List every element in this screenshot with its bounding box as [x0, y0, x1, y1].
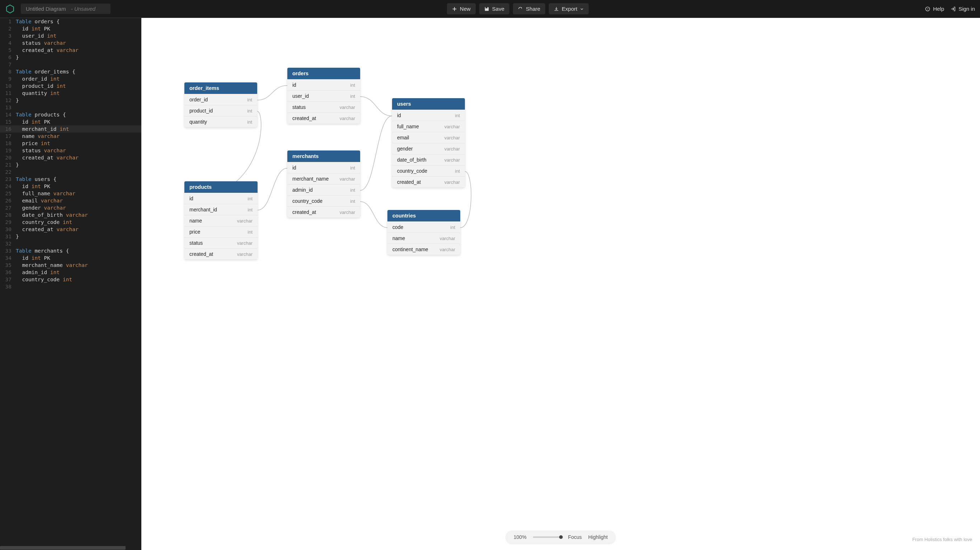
code-line[interactable]: 13 [0, 104, 142, 111]
code-line[interactable]: 18 price int [0, 140, 142, 147]
zoom-slider[interactable] [533, 536, 562, 538]
table-header[interactable]: users [392, 98, 465, 109]
table-field[interactable]: created_atvarchar [287, 206, 360, 217]
code-line[interactable]: 31} [0, 233, 142, 240]
table-field[interactable]: gendervarchar [392, 143, 465, 154]
code-line[interactable]: 26 email varchar [0, 197, 142, 204]
table-field[interactable]: quantityint [185, 116, 257, 127]
table-order_items[interactable]: order_itemsorder_idintproduct_idintquant… [185, 82, 257, 127]
scrollbar-thumb[interactable] [0, 546, 126, 550]
code-line[interactable]: 4 status varchar [0, 40, 142, 47]
code-content [16, 283, 142, 290]
code-line[interactable]: 27 gender varchar [0, 204, 142, 211]
code-line[interactable]: 6} [0, 54, 142, 61]
table-field[interactable]: full_namevarchar [392, 121, 465, 132]
download-icon [554, 6, 559, 11]
logo-icon[interactable] [5, 4, 15, 14]
code-line[interactable]: 32 [0, 240, 142, 247]
table-field[interactable]: namevarchar [387, 233, 460, 244]
code-line[interactable]: 1Table orders { [0, 18, 142, 25]
code-line[interactable]: 2 id int PK [0, 25, 142, 32]
table-field[interactable]: created_atvarchar [392, 176, 465, 187]
code-line[interactable]: 29 country_code int [0, 219, 142, 226]
code-line[interactable]: 28 date_of_birth varchar [0, 211, 142, 219]
export-button[interactable]: Export [549, 3, 589, 14]
table-field[interactable]: idint [287, 79, 360, 90]
table-users[interactable]: usersidintfull_namevarcharemailvarcharge… [392, 98, 465, 187]
table-header[interactable]: orders [287, 68, 360, 79]
line-number: 1 [0, 18, 16, 25]
diagram-title-area[interactable]: Untitled Diagram - Unsaved [21, 3, 110, 14]
table-field[interactable]: user_idint [287, 90, 360, 101]
table-field[interactable]: created_atvarchar [185, 248, 258, 259]
table-field[interactable]: statusvarchar [287, 101, 360, 113]
table-field[interactable]: country_codeint [287, 195, 360, 206]
code-line[interactable]: 36 admin_id int [0, 269, 142, 276]
code-line[interactable]: 35 merchant_name varchar [0, 262, 142, 269]
table-field[interactable]: priceint [185, 226, 258, 237]
new-button[interactable]: New [447, 3, 476, 14]
table-field[interactable]: codeint [387, 222, 460, 233]
table-header[interactable]: products [185, 181, 258, 193]
signin-link[interactable]: Sign in [951, 6, 975, 12]
code-line[interactable]: 12} [0, 97, 142, 104]
table-field[interactable]: statusvarchar [185, 237, 258, 248]
help-link[interactable]: ? Help [925, 6, 944, 12]
code-line[interactable]: 15 id int PK [0, 118, 142, 125]
table-field[interactable]: country_codeint [392, 165, 465, 176]
code-line[interactable]: 23Table users { [0, 176, 142, 183]
table-field[interactable]: date_of_birthvarchar [392, 154, 465, 165]
zoom-slider-handle[interactable] [559, 535, 563, 539]
code-line[interactable]: 37 country_code int [0, 276, 142, 283]
table-orders[interactable]: ordersidintuser_idintstatusvarcharcreate… [287, 68, 360, 124]
code-line[interactable]: 10 product_id int [0, 82, 142, 90]
code-line[interactable]: 34 id int PK [0, 254, 142, 262]
focus-toggle[interactable]: Focus [568, 534, 582, 540]
table-countries[interactable]: countriescodeintnamevarcharcontinent_nam… [387, 210, 460, 255]
table-field[interactable]: namevarchar [185, 215, 258, 226]
table-field[interactable]: emailvarchar [392, 132, 465, 143]
code-content: Table products { [16, 111, 142, 118]
table-field[interactable]: merchant_namevarchar [287, 173, 360, 184]
share-button[interactable]: Share [513, 3, 545, 14]
table-field[interactable]: created_atvarchar [287, 113, 360, 124]
code-line[interactable]: 19 status varchar [0, 147, 142, 154]
code-line[interactable]: 38 [0, 283, 142, 290]
table-field[interactable]: merchant_idint [185, 204, 258, 215]
code-line[interactable]: 21} [0, 161, 142, 168]
code-line[interactable]: 30 created_at varchar [0, 226, 142, 233]
code-line[interactable]: 16 merchant_id int [0, 125, 142, 133]
code-line[interactable]: 3 user_id int [0, 32, 142, 40]
code-line[interactable]: 22 [0, 168, 142, 176]
code-line[interactable]: 20 created_at varchar [0, 154, 142, 161]
code-line[interactable]: 14Table products { [0, 111, 142, 118]
field-type: varchar [444, 157, 460, 163]
field-type: int [350, 82, 355, 88]
code-line[interactable]: 24 id int PK [0, 183, 142, 190]
table-field[interactable]: continent_namevarchar [387, 244, 460, 255]
table-products[interactable]: productsidintmerchant_idintnamevarcharpr… [185, 181, 258, 259]
save-button[interactable]: Save [479, 3, 509, 14]
table-header[interactable]: order_items [185, 82, 257, 94]
table-field[interactable]: idint [185, 193, 258, 204]
table-field[interactable]: product_idint [185, 105, 257, 116]
code-line[interactable]: 7 [0, 61, 142, 68]
table-field[interactable]: admin_idint [287, 184, 360, 195]
table-field[interactable]: idint [287, 162, 360, 173]
editor-horizontal-scrollbar[interactable] [0, 546, 137, 550]
code-line[interactable]: 25 full_name varchar [0, 190, 142, 197]
code-line[interactable]: 33Table merchants { [0, 247, 142, 254]
code-line[interactable]: 9 order_id int [0, 75, 142, 82]
table-header[interactable]: merchants [287, 151, 360, 162]
table-field[interactable]: order_idint [185, 94, 257, 105]
table-field[interactable]: idint [392, 109, 465, 121]
highlight-toggle[interactable]: Highlight [588, 534, 608, 540]
table-header[interactable]: countries [387, 210, 460, 222]
code-line[interactable]: 11 quantity int [0, 90, 142, 97]
code-line[interactable]: 8Table order_items { [0, 68, 142, 75]
code-line[interactable]: 17 name varchar [0, 133, 142, 140]
code-line[interactable]: 5 created_at varchar [0, 47, 142, 54]
table-merchants[interactable]: merchantsidintmerchant_namevarcharadmin_… [287, 151, 360, 217]
code-editor[interactable]: 1Table orders {2 id int PK3 user_id int4… [0, 18, 142, 550]
diagram-canvas[interactable]: order_itemsorder_idintproduct_idintquant… [142, 18, 980, 550]
